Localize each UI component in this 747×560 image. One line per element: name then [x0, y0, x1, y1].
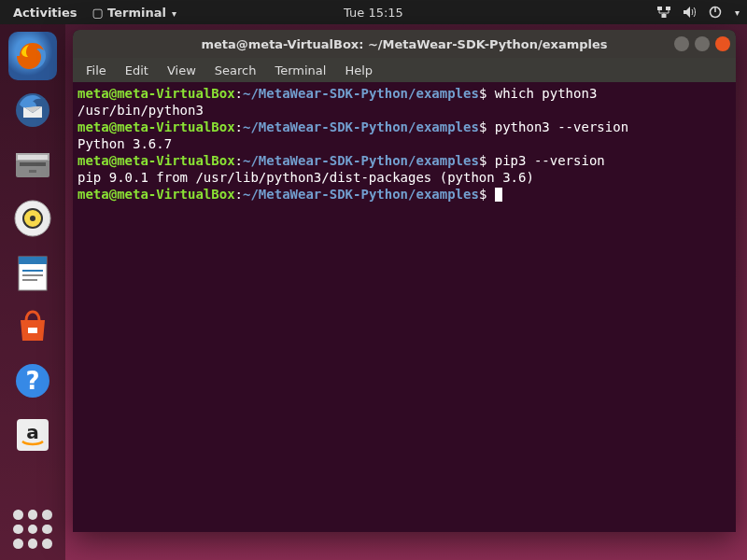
svg-text:a: a [26, 421, 39, 443]
system-menu-caret[interactable]: ▾ [735, 7, 740, 18]
svg-rect-22 [28, 328, 37, 333]
dock-app-thunderbird[interactable] [8, 86, 57, 134]
svg-rect-0 [657, 7, 662, 10]
menubar: File Edit View Search Terminal Help [73, 58, 736, 82]
chevron-down-icon: ▾ [172, 8, 176, 19]
svg-rect-1 [666, 7, 670, 10]
terminal-icon: ▢ [92, 6, 104, 20]
dock-app-rhythmbox[interactable] [8, 194, 57, 243]
svg-point-16 [30, 216, 35, 221]
svg-rect-10 [18, 155, 48, 160]
minimize-button[interactable] [674, 36, 689, 51]
power-icon[interactable] [709, 6, 722, 19]
app-menu-label: Terminal [107, 6, 166, 20]
svg-rect-19 [22, 270, 43, 272]
menu-terminal[interactable]: Terminal [265, 61, 335, 80]
show-applications-button[interactable] [13, 510, 52, 549]
dock-app-amazon[interactable]: a [8, 411, 57, 459]
terminal-body[interactable]: meta@meta-VirtualBox:~/MetaWear-SDK-Pyth… [73, 82, 736, 532]
menu-file[interactable]: File [77, 61, 116, 80]
cursor [495, 188, 502, 202]
svg-rect-18 [19, 257, 47, 264]
dock: ? a [0, 24, 65, 560]
svg-rect-21 [22, 279, 37, 281]
menu-help[interactable]: Help [335, 61, 382, 80]
titlebar[interactable]: meta@meta-VirtualBox: ~/MetaWear-SDK-Pyt… [73, 30, 736, 58]
svg-rect-11 [29, 170, 36, 173]
maximize-button[interactable] [695, 36, 710, 51]
dock-app-help[interactable]: ? [8, 357, 57, 405]
clock[interactable]: Tue 15:15 [338, 4, 409, 21]
close-button[interactable] [715, 36, 730, 51]
menu-view[interactable]: View [158, 61, 205, 80]
menu-search[interactable]: Search [205, 61, 266, 80]
dock-app-firefox[interactable] [8, 32, 57, 80]
svg-rect-20 [22, 274, 43, 276]
terminal-window: meta@meta-VirtualBox: ~/MetaWear-SDK-Pyt… [73, 30, 736, 532]
menu-edit[interactable]: Edit [116, 61, 158, 80]
dock-app-files[interactable] [8, 140, 57, 189]
dock-app-software[interactable] [8, 302, 57, 351]
volume-icon[interactable] [683, 6, 698, 19]
svg-rect-9 [20, 162, 46, 166]
svg-text:?: ? [25, 367, 39, 395]
activities-button[interactable]: Activities [7, 4, 83, 21]
dock-app-writer[interactable] [8, 248, 57, 297]
gnome-topbar: Activities ▢ Terminal ▾ Tue 15:15 ▾ [0, 0, 747, 24]
window-title: meta@meta-VirtualBox: ~/MetaWear-SDK-Pyt… [201, 37, 607, 51]
app-menu[interactable]: ▢ Terminal ▾ [87, 4, 182, 21]
network-icon[interactable] [656, 6, 671, 19]
